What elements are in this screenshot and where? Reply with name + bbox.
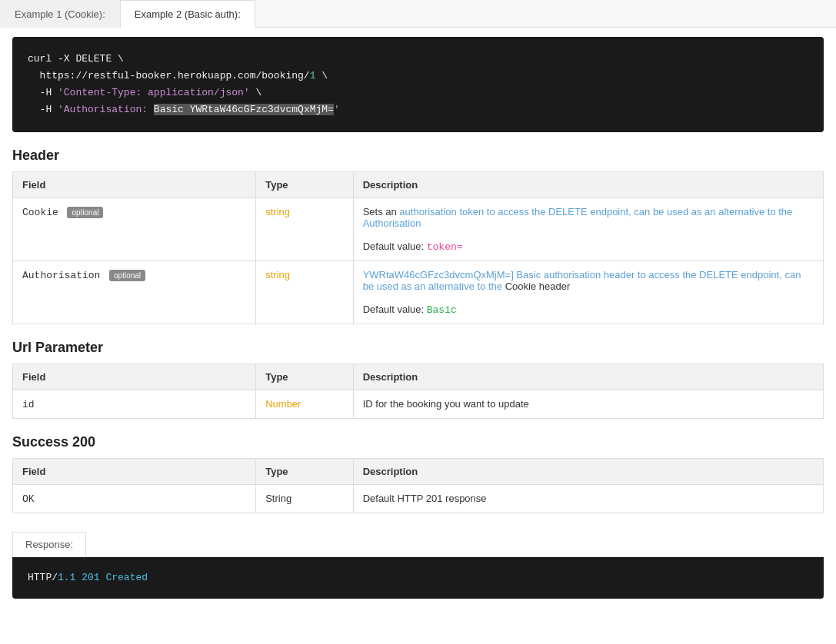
- success-table: Field Type Description OK String Default…: [12, 458, 824, 513]
- success-col-field: Field: [13, 459, 256, 485]
- curl-code-block: curl -X DELETE \ https://restful-booker.…: [12, 37, 824, 132]
- tabs-container: Example 1 (Cookie): Example 2 (Basic aut…: [0, 0, 836, 28]
- optional-badge-authorisation: optional: [109, 270, 145, 281]
- url-col-desc: Description: [353, 364, 823, 390]
- response-tab[interactable]: Response:: [12, 532, 86, 557]
- header-section-title: Header: [12, 148, 824, 164]
- id-desc-cell: ID for the booking you want to update: [353, 390, 823, 419]
- code-line-2: https://restful-booker.herokuapp.com/boo…: [28, 68, 808, 85]
- header-col-desc: Description: [353, 172, 823, 198]
- id-field-cell: id: [13, 390, 256, 419]
- url-table-header-row: Field Type Description: [13, 364, 824, 390]
- ok-type-cell: String: [256, 485, 353, 513]
- optional-badge-cookie: optional: [67, 207, 103, 218]
- cookie-field-cell: Cookie optional: [13, 198, 256, 261]
- table-row: OK String Default HTTP 201 response: [13, 485, 824, 513]
- ok-desc-cell: Default HTTP 201 response: [353, 485, 823, 513]
- header-table-header-row: Field Type Description: [13, 172, 824, 198]
- ok-field-cell: OK: [13, 485, 256, 513]
- success-section-title: Success 200: [12, 434, 824, 450]
- success-table-header-row: Field Type Description: [13, 459, 824, 485]
- response-section: Response: HTTP/1.1 201 Created: [0, 532, 836, 611]
- code-section: curl -X DELETE \ https://restful-booker.…: [0, 37, 836, 532]
- response-code-block: HTTP/1.1 201 Created: [12, 557, 824, 599]
- table-row: id Number ID for the booking you want to…: [13, 390, 824, 419]
- code-line-3: -H 'Content-Type: application/json' \: [28, 85, 808, 101]
- url-col-type: Type: [256, 364, 353, 390]
- tab-example1[interactable]: Example 1 (Cookie):: [0, 0, 120, 28]
- code-line-4: -H 'Authorisation: Basic YWRtaW46cGFzc3d…: [28, 101, 808, 118]
- id-type-cell: Number: [256, 390, 353, 419]
- authorisation-type-cell: string: [256, 261, 353, 324]
- url-parameter-section-title: Url Parameter: [12, 340, 824, 356]
- success-col-desc: Description: [353, 459, 823, 485]
- url-parameter-table: Field Type Description id Number ID for …: [12, 363, 824, 419]
- url-col-field: Field: [13, 364, 256, 390]
- cookie-type-cell: string: [256, 198, 353, 261]
- cookie-desc-cell: Sets an authorisation token to access th…: [353, 198, 823, 261]
- header-col-field: Field: [13, 172, 256, 198]
- success-col-type: Type: [256, 459, 353, 485]
- table-row: Authorisation optional string YWRtaW46cG…: [13, 261, 824, 324]
- authorisation-desc-cell: YWRtaW46cGFzc3dvcmQxMjM=] Basic authoris…: [353, 261, 823, 324]
- header-table: Field Type Description Cookie optional s…: [12, 171, 824, 324]
- header-col-type: Type: [256, 172, 353, 198]
- tab-example2[interactable]: Example 2 (Basic auth):: [120, 0, 255, 28]
- table-row: Cookie optional string Sets an authorisa…: [13, 198, 824, 261]
- code-line-1: curl -X DELETE \: [28, 51, 808, 68]
- response-tabs-container: Response:: [12, 532, 824, 557]
- authorisation-field-cell: Authorisation optional: [13, 261, 256, 324]
